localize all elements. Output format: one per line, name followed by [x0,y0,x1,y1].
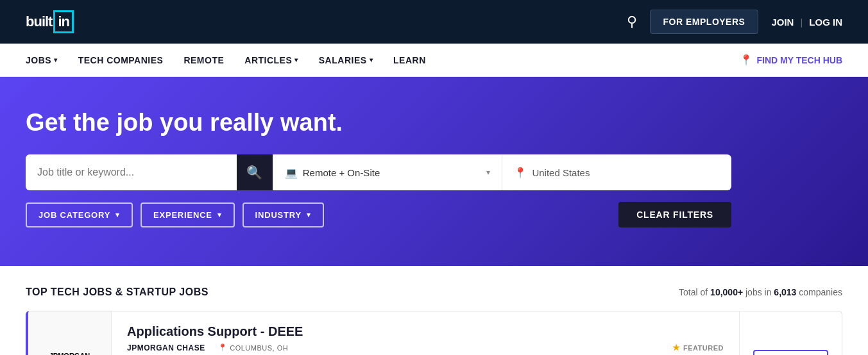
star-icon: ★ [672,343,681,352]
pin-icon: 📍 [740,54,753,66]
job-category-label: JOB CATEGORY [38,210,110,220]
nav-articles-label: ARTICLES [244,55,292,65]
jobs-count: 10,000+ [710,287,743,297]
stats-middle: jobs in [743,287,774,297]
remote-chevron-down-icon: ▾ [486,168,490,177]
nav-learn-label: LEARN [393,55,426,65]
nav-learn[interactable]: LEARN [393,55,426,65]
nav-separator: | [800,17,803,28]
main-content: TOP TECH JOBS & STARTUP JOBS Total of 10… [0,266,868,355]
company-count: 6,013 [774,287,796,297]
top-nav: builtin ⚲ FOR EMPLOYERS JOIN | LOG IN [0,0,868,44]
find-tech-hub-link[interactable]: 📍 FIND MY TECH HUB [740,54,842,66]
experience-filter-button[interactable]: EXPERIENCE ▾ [140,202,235,227]
search-magnifier-icon: 🔍 [246,165,262,180]
jobs-stats: Total of 10,000+ jobs in 6,013 companies [679,287,842,297]
nav-tech-companies[interactable]: TECH COMPANIES [78,55,164,65]
nav-jobs-chevron: ▾ [54,56,58,63]
join-link[interactable]: JOIN [771,17,794,28]
location-search-input[interactable] [532,167,720,178]
hero-section: Get the job you really want. 🔍 💻 Remote … [0,77,868,266]
content-header: TOP TECH JOBS & STARTUP JOBS Total of 10… [26,286,842,298]
nav-remote-label: REMOTE [183,55,224,65]
clear-filters-button[interactable]: CLEAR FILTERS [618,202,731,227]
nav-articles-chevron: ▾ [294,56,298,63]
job-meta: JPMORGAN CHASE 📍 COLUMBUS, OH ★ FEATURED [127,343,724,352]
location-pin-icon: 📍 [514,167,527,179]
secondary-nav: JOBS ▾ TECH COMPANIES REMOTE ARTICLES ▾ … [0,44,868,77]
job-featured-badge: ★ FEATURED [672,343,724,352]
remote-filter-wrap[interactable]: 💻 Remote + On-Site Remote On-Site Hybrid… [273,154,502,190]
filter-row: JOB CATEGORY ▾ EXPERIENCE ▾ INDUSTRY ▾ C… [26,202,731,227]
location-pin-icon-sm: 📍 [218,343,228,352]
search-icon: ⚲ [627,13,637,29]
job-title: Applications Support - DEEE [127,324,724,339]
nav-jobs-label: JOBS [26,55,51,65]
top-nav-right: ⚲ FOR EMPLOYERS JOIN | LOG IN [627,10,842,34]
industry-label: INDUSTRY [255,210,302,220]
industry-filter-button[interactable]: INDUSTRY ▾ [243,202,324,227]
featured-label: FEATURED [683,344,724,352]
job-card-action: VIEW JOB [739,311,842,355]
job-card-content: Applications Support - DEEE JPMORGAN CHA… [112,311,739,355]
section-title: TOP TECH JOBS & STARTUP JOBS [26,286,208,298]
job-location: 📍 COLUMBUS, OH [218,343,288,352]
hero-headline: Get the job you really want. [26,109,842,136]
logo[interactable]: builtin [26,10,74,33]
stats-prefix: Total of [679,287,710,297]
nav-jobs[interactable]: JOBS ▾ [26,55,58,65]
logo-text: built [26,13,52,30]
nav-remote[interactable]: REMOTE [183,55,224,65]
location-search-wrap: 📍 [502,154,731,190]
logo-bracket: in [53,10,74,33]
experience-chevron-icon: ▾ [217,211,222,219]
search-submit-button[interactable]: 🔍 [237,154,273,190]
company-logo-area: JPMORGAN CHASE & CO. [28,311,112,355]
keyword-search-wrap: 🔍 [26,154,273,190]
nav-salaries-chevron: ▾ [370,56,373,63]
job-category-filter-button[interactable]: JOB CATEGORY ▾ [26,202,133,227]
search-bar: 🔍 💻 Remote + On-Site Remote On-Site Hybr… [26,154,731,190]
nav-salaries-label: SALARIES [319,55,367,65]
view-job-button[interactable]: VIEW JOB [753,350,828,355]
nav-salaries[interactable]: SALARIES ▾ [319,55,373,65]
nav-articles[interactable]: ARTICLES ▾ [244,55,298,65]
nav-auth: JOIN | LOG IN [771,17,842,28]
industry-chevron-icon: ▾ [307,211,311,219]
search-icon-btn[interactable]: ⚲ [627,13,637,30]
job-card: JPMORGAN CHASE & CO. Applications Suppor… [26,311,842,355]
keyword-search-input[interactable] [26,154,237,190]
remote-filter-select[interactable]: Remote + On-Site Remote On-Site Hybrid [303,167,482,178]
job-location-text: COLUMBUS, OH [230,344,288,352]
find-tech-hub-label: FIND MY TECH HUB [756,55,842,65]
nav-tech-companies-label: TECH COMPANIES [78,55,164,65]
stats-suffix: companies [796,287,842,297]
login-link[interactable]: LOG IN [809,17,842,28]
for-employers-button[interactable]: FOR EMPLOYERS [650,10,759,34]
job-category-chevron-icon: ▾ [115,211,120,219]
company-logo: JPMORGAN CHASE & CO. [49,351,90,355]
experience-label: EXPERIENCE [153,210,212,220]
job-company: JPMORGAN CHASE [127,343,205,352]
monitor-icon: 💻 [285,167,298,179]
